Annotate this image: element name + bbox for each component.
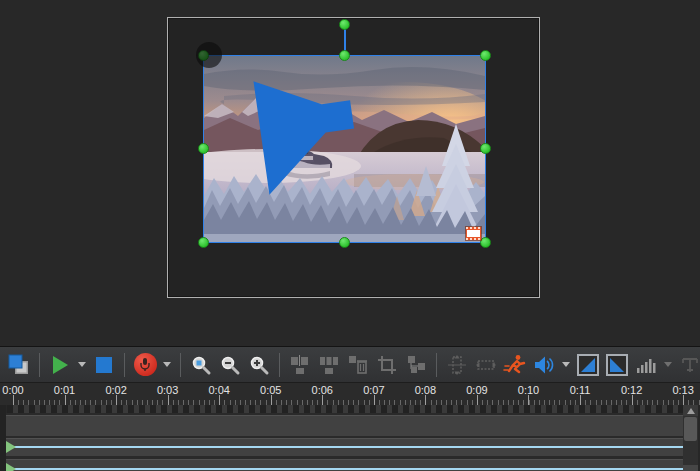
zoom-in-button[interactable] — [246, 351, 272, 379]
track-3[interactable] — [6, 459, 683, 471]
marker-button[interactable] — [677, 351, 700, 379]
filmstrip-sprockets-bottom — [466, 238, 481, 240]
canvas-area[interactable] — [0, 0, 700, 346]
toolbar-separator — [436, 353, 437, 377]
timeline-groove-strip — [7, 405, 683, 413]
extend-frame-button[interactable] — [444, 351, 470, 379]
split-button[interactable] — [287, 351, 313, 379]
timeline-toolbar: CC — [0, 346, 700, 383]
zoom-fit-icon — [190, 354, 212, 376]
resize-handle-bottom-left[interactable] — [198, 237, 209, 248]
delete-trash-icon — [347, 354, 369, 376]
crop-button[interactable] — [374, 351, 400, 379]
stop-button[interactable] — [91, 351, 117, 379]
toolbar-separator — [180, 353, 181, 377]
volume-bars-icon — [635, 354, 657, 376]
audio-speaker-icon — [533, 354, 555, 376]
group-button[interactable] — [403, 351, 429, 379]
zoom-in-icon — [248, 354, 270, 376]
audio-button[interactable] — [531, 351, 557, 379]
resize-handle-middle-right[interactable] — [480, 143, 491, 154]
stop-icon — [96, 357, 112, 373]
stitch-icon — [318, 354, 340, 376]
audio-volume-line[interactable] — [6, 446, 683, 448]
stage[interactable] — [167, 17, 540, 298]
scrollbar-thumb[interactable] — [684, 417, 697, 441]
play-button[interactable] — [47, 351, 73, 379]
fade-in-button[interactable] — [575, 351, 601, 379]
delete-button[interactable] — [345, 351, 371, 379]
record-icon — [134, 353, 157, 376]
scrollbar-down-button[interactable] — [683, 465, 698, 471]
volume-leveling-button[interactable] — [633, 351, 659, 379]
volume-dropdown-chevron-icon[interactable] — [664, 362, 672, 367]
clip-speed-button[interactable] — [473, 351, 499, 379]
speaker-icon — [192, 38, 473, 224]
microphone-icon — [139, 357, 151, 372]
clip-speed-icon — [475, 354, 497, 376]
selected-media-image[interactable] — [204, 56, 485, 242]
app-window: CC 0:000:010:020:030:040:050:060:070:080… — [0, 0, 700, 471]
audio-volume-line[interactable] — [6, 468, 683, 470]
toolbar-separator — [124, 353, 125, 377]
track-1[interactable] — [6, 415, 683, 436]
split-icon — [289, 354, 311, 376]
timeline-tracks[interactable] — [6, 413, 683, 471]
toolbar-separator — [39, 353, 40, 377]
audio-dropdown-chevron-icon[interactable] — [562, 362, 570, 367]
layered-canvas-icon — [7, 353, 31, 377]
tracks-vertical-scrollbar[interactable] — [683, 405, 698, 471]
running-man-icon — [503, 354, 527, 376]
scrollbar-up-button[interactable] — [683, 405, 698, 416]
audio-line-left-handle[interactable] — [6, 441, 16, 453]
filmstrip-sprockets-top — [466, 227, 481, 229]
filmstrip-frame — [467, 230, 480, 237]
timeline-ruler[interactable]: 0:000:010:020:030:040:050:060:070:080:09… — [0, 383, 700, 405]
record-dropdown-chevron-icon[interactable] — [163, 362, 171, 367]
fade-in-icon — [577, 354, 599, 376]
play-dropdown-chevron-icon[interactable] — [78, 362, 86, 367]
marker-icon — [679, 354, 700, 376]
audio-line-left-handle[interactable] — [6, 463, 16, 471]
rotation-handle[interactable] — [339, 19, 350, 30]
layered-canvas-button[interactable] — [6, 351, 32, 379]
resize-handle-bottom-right[interactable] — [480, 237, 491, 248]
ruler-ticks — [0, 395, 700, 405]
track-2[interactable] — [6, 438, 683, 456]
crop-icon — [376, 354, 398, 376]
resize-handle-bottom-center[interactable] — [339, 237, 350, 248]
extend-frame-icon — [446, 354, 468, 376]
image-filmstrip-badge — [466, 227, 481, 240]
record-button[interactable] — [132, 351, 158, 379]
fade-out-icon — [606, 354, 628, 376]
toolbar-separator — [279, 353, 280, 377]
resize-handle-top-right[interactable] — [480, 50, 491, 61]
audio-indicator — [192, 38, 222, 68]
group-icon — [405, 354, 427, 376]
stitch-button[interactable] — [316, 351, 342, 379]
play-icon — [53, 356, 68, 374]
animation-button[interactable] — [502, 351, 528, 379]
zoom-out-icon — [219, 354, 241, 376]
chevron-up-icon — [687, 408, 695, 414]
zoom-out-button[interactable] — [217, 351, 243, 379]
fade-out-button[interactable] — [604, 351, 630, 379]
zoom-fit-button[interactable] — [188, 351, 214, 379]
